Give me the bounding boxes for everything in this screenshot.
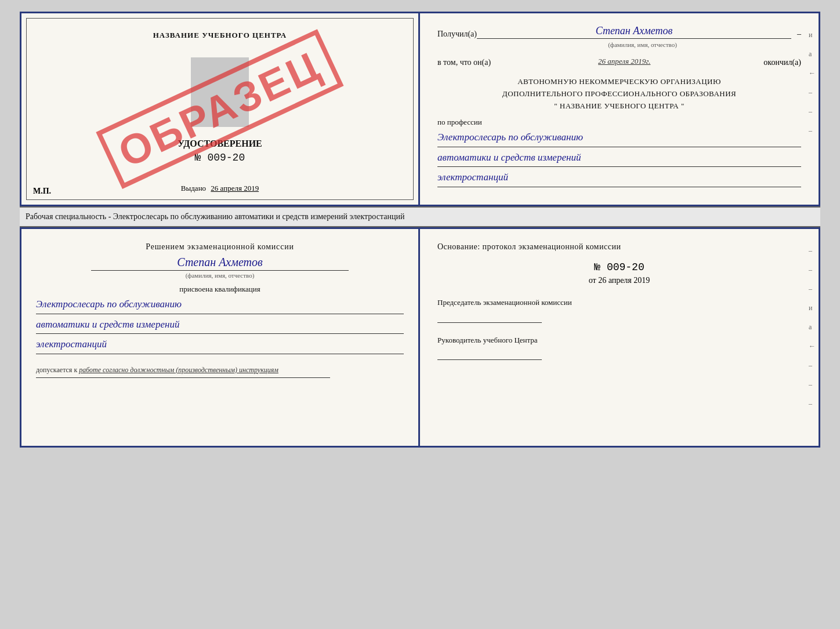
predsedatel-block: Председатель экзаменационной комиссии xyxy=(437,297,801,323)
right-side-marks-top: и а ← – – – xyxy=(809,31,816,135)
assigned-label: присвоена квалификация xyxy=(36,285,404,294)
bside-mark-dash1: – xyxy=(809,246,816,255)
predsedatel-label: Председатель экзаменационной комиссии xyxy=(437,297,801,308)
dopusk-value: работе согласно должностным (производств… xyxy=(79,366,278,374)
poluchil-value: Степан Ахметов xyxy=(477,25,791,39)
bside-mark-dash4: – xyxy=(809,361,816,370)
profession-line3: электростанций xyxy=(437,170,801,187)
cert-book-bottom: Решением экзаменационной комиссии Степан… xyxy=(20,227,820,448)
bside-mark-a: а xyxy=(809,323,816,332)
fio-subtext-top: (фамилия, имя, отчество) xyxy=(484,41,801,48)
block-text-line2: ДОПОЛНИТЕЛЬНОГО ПРОФЕССИОНАЛЬНОГО ОБРАЗО… xyxy=(437,88,801,100)
ot-date: 26 апреля 2019 xyxy=(598,276,650,285)
qualification-line3: электростанций xyxy=(36,337,404,354)
bside-mark-dash2: – xyxy=(809,266,816,274)
rukovoditel-label: Руководитель учебного Центра xyxy=(437,335,801,346)
protocol-number: № 009-20 xyxy=(437,261,801,273)
vtom-value: 26 апреля 2019г. xyxy=(491,57,758,67)
cert-left-left-page: НАЗВАНИЕ УЧЕБНОГО ЦЕНТРА УДОСТОВЕРЕНИЕ №… xyxy=(21,13,420,205)
dopusk-label: допускается к xyxy=(36,366,77,374)
mp-row: М.П. xyxy=(33,187,51,196)
name-underline xyxy=(91,270,349,271)
vtom-row: в том, что он(а) 26 апреля 2019г. окончи… xyxy=(437,57,801,67)
document-container: НАЗВАНИЕ УЧЕБНОГО ЦЕНТРА УДОСТОВЕРЕНИЕ №… xyxy=(20,12,820,448)
bottom-right-page: Основание: протокол экзаменационной коми… xyxy=(420,229,819,446)
poluchil-dash: – xyxy=(797,30,801,39)
side-mark-dash2: – xyxy=(809,107,816,116)
block-text-line3: " НАЗВАНИЕ УЧЕБНОГО ЦЕНТРА " xyxy=(437,100,801,112)
protocol-date: от 26 апреля 2019 xyxy=(437,276,801,285)
vtom-label: в том, что он(а) xyxy=(437,58,491,67)
number-value: 009-20 xyxy=(607,261,645,273)
rukovoditel-block: Руководитель учебного Центра xyxy=(437,335,801,361)
vydano-label: Выдано xyxy=(181,184,206,192)
block-text-line1: АВТОНОМНУЮ НЕКОММЕРЧЕСКУЮ ОРГАНИЗАЦИЮ xyxy=(437,76,801,88)
ot-label: от xyxy=(589,276,596,285)
block-text: АВТОНОМНУЮ НЕКОММЕРЧЕСКУЮ ОРГАНИЗАЦИЮ ДО… xyxy=(437,76,801,112)
profession-line2: автоматики и средств измерений xyxy=(437,150,801,168)
rukovoditel-signature-line xyxy=(437,348,542,360)
profession-line1: Электрослесарь по обслуживанию xyxy=(437,130,801,147)
side-mark-dash1: – xyxy=(809,88,816,97)
bside-mark-i: и xyxy=(809,304,816,312)
qualification-line1: Электрослесарь по обслуживанию xyxy=(36,297,404,314)
side-mark-dash3: – xyxy=(809,126,816,135)
specialty-text: Рабочая специальность - Электрослесарь п… xyxy=(20,206,820,227)
po-professii-label: по профессии xyxy=(437,118,801,127)
bside-mark-dash5: – xyxy=(809,380,816,389)
bottom-fio-subtext: (фамилия, имя, отчество) xyxy=(36,272,404,279)
number-label: № xyxy=(594,261,600,273)
vydano-date: 26 апреля 2019 xyxy=(211,184,259,192)
side-mark-i: и xyxy=(809,31,816,39)
okonchil-label: окончил(а) xyxy=(763,58,801,67)
bside-mark-arrow: ← xyxy=(809,342,816,351)
bottom-right-title: Основание: протокол экзаменационной коми… xyxy=(437,241,801,253)
bside-mark-dash6: – xyxy=(809,399,816,408)
dopusk-row: допускается к работе согласно должностны… xyxy=(36,366,404,375)
predsedatel-signature-line xyxy=(437,311,542,323)
cert-book-top: НАЗВАНИЕ УЧЕБНОГО ЦЕНТРА УДОСТОВЕРЕНИЕ №… xyxy=(20,12,820,206)
bottom-left-title: Решением экзаменационной комиссии xyxy=(36,241,404,253)
bottom-left-page: Решением экзаменационной комиссии Степан… xyxy=(21,229,420,446)
bottom-name-handwritten: Степан Ахметов xyxy=(36,256,404,269)
poluchil-label: Получил(а) xyxy=(437,30,477,39)
cert-number: № 009-20 xyxy=(195,152,245,163)
right-side-marks-bottom: – – – и а ← – – – xyxy=(809,246,816,408)
bside-mark-dash3: – xyxy=(809,285,816,293)
udostoverenie-title: УДОСТОВЕРЕНИЕ xyxy=(178,139,262,149)
left-page-title: НАЗВАНИЕ УЧЕБНОГО ЦЕНТРА xyxy=(153,31,287,40)
obrazec-stamp: ОБРАЗЕЦ xyxy=(96,29,343,189)
side-mark-arrow: ← xyxy=(809,69,816,78)
side-mark-a: а xyxy=(809,50,816,59)
cert-right-page: Получил(а) Степан Ахметов – (фамилия, им… xyxy=(420,13,819,205)
qualification-line2: автоматики и средств измерений xyxy=(36,317,404,335)
photo-placeholder xyxy=(191,57,249,127)
vydano-row: Выдано 26 апреля 2019 xyxy=(181,184,259,193)
poluchil-row: Получил(а) Степан Ахметов – xyxy=(437,25,801,39)
